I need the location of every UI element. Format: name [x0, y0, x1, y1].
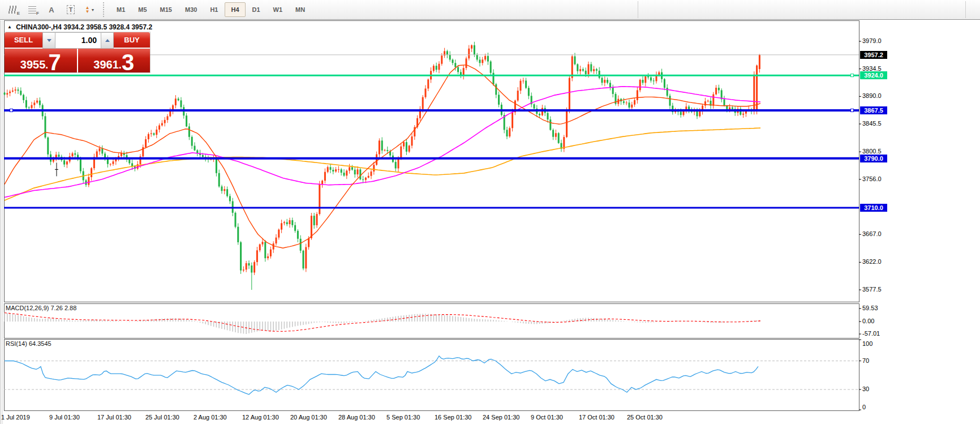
- time-axis-label: 9 Jul 01:30: [49, 414, 80, 421]
- time-axis-label: 5 Sep 01:30: [386, 414, 420, 421]
- one-click-trading-panel: SELL 1.00 BUY 3955.7 3961.3: [5, 32, 150, 72]
- macd-indicator-label: MACD(12,26,9) 7.26 2.88: [6, 305, 76, 311]
- macd-tick-label: 59.53: [862, 305, 878, 311]
- price-tick-label: 3667.0: [862, 230, 882, 237]
- sell-price-display[interactable]: 3955.7: [5, 49, 77, 72]
- time-axis-label: 16 Sep 01:30: [435, 414, 471, 421]
- time-axis-label: 17 Jul 01:30: [97, 414, 131, 421]
- price-tick-label: 3845.5: [862, 120, 882, 127]
- volume-increase-button[interactable]: [101, 32, 114, 49]
- price-tick-label: 3934.5: [862, 65, 882, 72]
- price-badge-3790.0: 3790.0: [860, 155, 887, 162]
- rsi-tick-label: 70: [862, 357, 869, 364]
- time-axis-label: 2 Aug 01:30: [194, 414, 227, 421]
- volume-decrease-button[interactable]: [42, 32, 55, 49]
- time-axis-label: 20 Aug 01:30: [290, 414, 327, 421]
- buy-price-main: 3961: [93, 57, 119, 72]
- rsi-indicator-label: RSI(14) 64.3545: [6, 340, 51, 347]
- rsi-tick-label: 100: [862, 340, 872, 347]
- price-tick-label: 3756.0: [862, 175, 882, 182]
- buy-button[interactable]: BUY: [114, 32, 150, 49]
- rsi-tick-label: 30: [862, 386, 869, 392]
- triangle-up-icon: [105, 39, 110, 42]
- time-axis-label: 25 Oct 01:30: [627, 414, 663, 421]
- time-axis-label: 9 Oct 01:30: [531, 414, 563, 421]
- time-axis-label: 1 Jul 2019: [1, 414, 30, 421]
- buy-price-display[interactable]: 3961.3: [78, 49, 151, 72]
- symbol-timeframe-label: CHINA300-,H4: [16, 23, 62, 31]
- chart-title: ▲ CHINA300-,H4 3934.2 3958.5 3928.4 3957…: [7, 23, 152, 31]
- time-axis-label: 24 Sep 01:30: [483, 414, 519, 421]
- price-tick-label: 3622.0: [862, 258, 882, 265]
- volume-input[interactable]: 1.00: [55, 32, 101, 49]
- symbol-collapse-icon: ▲: [7, 24, 12, 29]
- time-axis-label: 17 Oct 01:30: [579, 414, 614, 421]
- rsi-tick-label: 0: [862, 404, 866, 410]
- macd-tick-label: 0.00: [862, 318, 874, 324]
- price-badge-3957.2: 3957.2: [860, 51, 887, 59]
- price-badge-3867.5: 3867.5: [860, 106, 887, 114]
- ohlc-values: 3934.2 3958.5 3928.4 3957.2: [63, 23, 152, 31]
- price-tick-label: 3890.0: [862, 92, 882, 99]
- sell-price-main: 3955: [20, 57, 46, 72]
- time-axis-label: 28 Aug 01:30: [338, 414, 375, 421]
- trading-terminal-window: { "toolbar": { "tools": [ {"name":"exper…: [0, 0, 980, 424]
- time-axis-label: 12 Aug 01:30: [242, 414, 279, 421]
- buy-price-pips: 3: [122, 53, 134, 72]
- price-badge-3924.0: 3924.0: [860, 71, 887, 79]
- price-tick-label: 3979.0: [862, 37, 882, 44]
- triangle-down-icon: [47, 39, 51, 42]
- price-tick-label: 3577.5: [862, 286, 882, 293]
- sell-button[interactable]: SELL: [5, 32, 42, 49]
- sell-price-pips: 7: [48, 53, 61, 72]
- macd-tick-label: -57.01: [862, 330, 880, 337]
- price-badge-3710.0: 3710.0: [860, 204, 887, 212]
- time-axis-label: 25 Jul 01:30: [145, 414, 179, 421]
- price-tick-label: 3800.5: [862, 148, 882, 155]
